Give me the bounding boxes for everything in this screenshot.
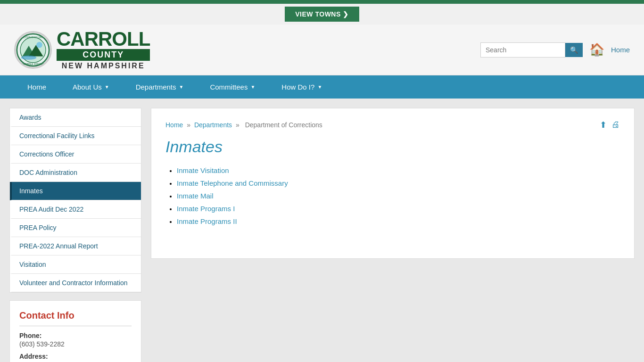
- nav-item-committees[interactable]: Committees ▼: [197, 75, 268, 99]
- sidebar-item-awards[interactable]: Awards: [10, 108, 141, 127]
- svg-text:ESTABLISHED 1840: ESTABLISHED 1840: [23, 36, 43, 38]
- page-title: Inmates: [165, 138, 620, 156]
- list-item: Inmate Programs II: [177, 217, 620, 225]
- sidebar-item-doc-administration[interactable]: DOC Administration: [10, 164, 141, 182]
- logo-text: CARROLL COUNTY NEW HAMPSHIRE: [57, 29, 150, 70]
- sidebar-item-corrections-officer[interactable]: Corrections Officer: [10, 145, 141, 164]
- sidebar-item-inmates[interactable]: Inmates: [10, 182, 141, 200]
- link-inmate-mail[interactable]: Inmate Mail: [177, 192, 214, 200]
- home-icon-link[interactable]: 🏠: [589, 42, 604, 57]
- breadcrumb-sep2: »: [236, 121, 239, 129]
- contact-divider: [19, 326, 132, 326]
- header-right: 🔍 🏠 Home: [480, 42, 630, 58]
- content-area: Home » Departments » Department of Corre…: [151, 108, 635, 362]
- link-inmate-programs-2[interactable]: Inmate Programs II: [177, 217, 237, 225]
- top-bar: [0, 0, 644, 4]
- home-text-link[interactable]: Home: [611, 46, 630, 54]
- logo-nh: NEW HAMPSHIRE: [57, 62, 150, 70]
- contact-title: Contact Info: [19, 310, 132, 321]
- about-arrow: ▼: [105, 84, 109, 90]
- sidebar: Awards Correctional Facility Links Corre…: [9, 108, 141, 362]
- sidebar-item-prea-audit[interactable]: PREA Audit Dec 2022: [10, 200, 141, 219]
- breadcrumb-sep1: »: [187, 121, 190, 129]
- list-item: Inmate Mail: [177, 192, 620, 200]
- view-towns-button[interactable]: VIEW TOWNS ❯: [285, 7, 359, 22]
- sidebar-item-prea-annual-report[interactable]: PREA-2022 Annual Report: [10, 237, 141, 255]
- share-icon[interactable]: ⬆: [600, 120, 607, 130]
- breadcrumb: Home » Departments » Department of Corre…: [165, 121, 324, 129]
- link-inmate-programs-1[interactable]: Inmate Programs I: [177, 205, 235, 213]
- svg-text:CARROLL COUNTY: CARROLL COUNTY: [21, 62, 45, 65]
- content-card: Home » Departments » Department of Corre…: [151, 108, 635, 259]
- search-input[interactable]: [480, 42, 565, 58]
- committees-arrow: ▼: [250, 84, 255, 90]
- main-layout: Awards Correctional Facility Links Corre…: [0, 99, 644, 362]
- county-seal: CARROLL COUNTY ESTABLISHED 1840: [14, 31, 52, 69]
- sidebar-item-prea-policy[interactable]: PREA Policy: [10, 219, 141, 237]
- list-item: Inmate Telephone and Commissary: [177, 179, 620, 187]
- departments-arrow: ▼: [179, 84, 184, 90]
- link-inmate-visitation[interactable]: Inmate Visitation: [177, 166, 229, 174]
- sidebar-item-correctional-facility-links[interactable]: Correctional Facility Links: [10, 127, 141, 145]
- breadcrumb-departments[interactable]: Departments: [194, 121, 232, 129]
- main-nav: Home About Us ▼ Departments ▼ Committees…: [0, 75, 644, 99]
- breadcrumb-current: Department of Corrections: [245, 121, 322, 129]
- nav-item-about[interactable]: About Us ▼: [59, 75, 123, 99]
- nav-item-how-do-i[interactable]: How Do I? ▼: [268, 75, 335, 99]
- sidebar-menu: Awards Correctional Facility Links Corre…: [9, 108, 141, 293]
- link-inmate-telephone[interactable]: Inmate Telephone and Commissary: [177, 179, 288, 187]
- nav-item-home[interactable]: Home: [14, 75, 59, 99]
- contact-address-label: Address:: [19, 353, 132, 360]
- print-icon[interactable]: 🖨: [611, 120, 620, 130]
- svg-point-5: [21, 55, 36, 59]
- logo-area: CARROLL COUNTY ESTABLISHED 1840 CARROLL …: [14, 29, 150, 70]
- breadcrumb-actions: ⬆ 🖨: [600, 120, 620, 130]
- nav-item-departments[interactable]: Departments ▼: [123, 75, 197, 99]
- list-item: Inmate Visitation: [177, 166, 620, 174]
- breadcrumb-row: Home » Departments » Department of Corre…: [165, 120, 620, 130]
- svg-point-4: [36, 41, 42, 48]
- view-towns-bar: VIEW TOWNS ❯: [0, 4, 644, 25]
- sidebar-item-volunteer[interactable]: Volunteer and Contractor Information: [10, 274, 141, 292]
- contact-phone-value: (603) 539-2282: [19, 340, 132, 348]
- logo-carroll: CARROLL: [57, 29, 150, 49]
- search-button[interactable]: 🔍: [565, 43, 583, 57]
- contact-phone-label: Phone:: [19, 332, 132, 339]
- list-item: Inmate Programs I: [177, 205, 620, 213]
- sidebar-item-visitation[interactable]: Visitation: [10, 255, 141, 274]
- contact-box: Contact Info Phone: (603) 539-2282 Addre…: [9, 300, 141, 362]
- breadcrumb-home[interactable]: Home: [165, 121, 183, 129]
- header: CARROLL COUNTY ESTABLISHED 1840 CARROLL …: [0, 25, 644, 75]
- how-do-i-arrow: ▼: [317, 84, 322, 90]
- content-list: Inmate Visitation Inmate Telephone and C…: [165, 166, 620, 225]
- logo-county: COUNTY: [57, 49, 150, 61]
- search-container: 🔍: [480, 42, 583, 58]
